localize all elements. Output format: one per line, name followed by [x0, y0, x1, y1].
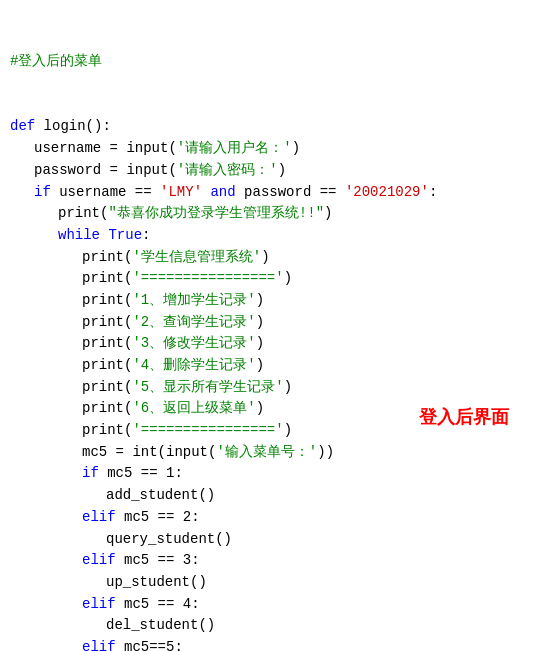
code-line: elif mc5 == 3: — [10, 550, 529, 572]
code-token: ) — [256, 292, 264, 308]
code-line: print("恭喜你成功登录学生管理系统!!") — [10, 203, 529, 225]
code-line: print('1、增加学生记录') — [10, 290, 529, 312]
code-line: print('学生信息管理系统') — [10, 247, 529, 269]
code-token: elif — [82, 596, 124, 612]
code-token: '5、显示所有学生记录' — [132, 379, 283, 395]
code-token: 'LMY' — [160, 184, 202, 200]
code-line: password = input('请输入密码：') — [10, 160, 529, 182]
code-line: up_student() — [10, 572, 529, 594]
code-line: add_student() — [10, 485, 529, 507]
code-token: print( — [82, 314, 132, 330]
code-line: elif mc5==5: — [10, 637, 529, 651]
code-token: def — [10, 118, 44, 134]
code-token: mc5==5: — [124, 639, 183, 651]
code-token: : — [142, 227, 150, 243]
code-token: ) — [256, 400, 264, 416]
code-token: '2、查询学生记录' — [132, 314, 255, 330]
code-line: def login(): — [10, 116, 529, 138]
code-line: print('4、删除学生记录') — [10, 355, 529, 377]
code-token: '3、修改学生记录' — [132, 335, 255, 351]
code-token: mc5 == 1: — [107, 465, 183, 481]
code-line: if mc5 == 1: — [10, 463, 529, 485]
code-token: )) — [317, 444, 334, 460]
code-token: password == — [244, 184, 345, 200]
code-token: ) — [284, 422, 292, 438]
code-token: print( — [58, 205, 108, 221]
code-token: if — [34, 184, 59, 200]
code-token: ) — [284, 379, 292, 395]
code-token: "恭喜你成功登录学生管理系统!!" — [108, 205, 324, 221]
code-token: ) — [256, 335, 264, 351]
code-token: '4、删除学生记录' — [132, 357, 255, 373]
code-line: while True: — [10, 225, 529, 247]
code-token: ) — [256, 314, 264, 330]
code-token: while — [58, 227, 108, 243]
code-token: if — [82, 465, 107, 481]
code-token: '请输入用户名：' — [177, 140, 292, 156]
code-token: elif — [82, 509, 124, 525]
code-block: #登入后的菜单 def login():username = input('请输… — [10, 8, 529, 651]
code-token: ) — [292, 140, 300, 156]
annotation-label: 登入后界面 — [419, 404, 509, 432]
code-line: del_student() — [10, 615, 529, 637]
code-token: print( — [82, 249, 132, 265]
code-token: print( — [82, 270, 132, 286]
code-token: ) — [261, 249, 269, 265]
code-token: '================' — [132, 270, 283, 286]
code-token: '1、增加学生记录' — [132, 292, 255, 308]
code-token: username == — [59, 184, 160, 200]
code-token: ) — [278, 162, 286, 178]
code-line: if username == 'LMY' and password == '20… — [10, 182, 529, 204]
code-token: add_student() — [106, 487, 215, 503]
code-token: print( — [82, 357, 132, 373]
code-line: print('2、查询学生记录') — [10, 312, 529, 334]
code-line: username = input('请输入用户名：') — [10, 138, 529, 160]
code-line: mc5 = int(input('输入菜单号：')) — [10, 442, 529, 464]
code-token: mc5 == 2: — [124, 509, 200, 525]
code-token: login(): — [44, 118, 111, 134]
comment-line: #登入后的菜单 — [10, 51, 529, 73]
code-line: print('5、显示所有学生记录') — [10, 377, 529, 399]
code-token: '学生信息管理系统' — [132, 249, 261, 265]
code-line: print('3、修改学生记录') — [10, 333, 529, 355]
code-token: '================' — [132, 422, 283, 438]
code-token: mc5 = int(input( — [82, 444, 216, 460]
code-token: up_student() — [106, 574, 207, 590]
code-token: username = input( — [34, 140, 177, 156]
code-line: print('================') — [10, 268, 529, 290]
code-token: query_student() — [106, 531, 232, 547]
code-token: ) — [324, 205, 332, 221]
code-token: and — [202, 184, 244, 200]
code-token: print( — [82, 292, 132, 308]
code-token: del_student() — [106, 617, 215, 633]
code-line: query_student() — [10, 529, 529, 551]
code-token: print( — [82, 422, 132, 438]
code-line: elif mc5 == 4: — [10, 594, 529, 616]
code-lines: def login():username = input('请输入用户名：')p… — [10, 116, 529, 651]
code-token: print( — [82, 335, 132, 351]
code-token: elif — [82, 639, 124, 651]
code-token: : — [429, 184, 437, 200]
code-token: ) — [256, 357, 264, 373]
code-token: elif — [82, 552, 124, 568]
code-token: password = input( — [34, 162, 177, 178]
code-token: '20021029' — [345, 184, 429, 200]
code-token: print( — [82, 400, 132, 416]
code-token: '请输入密码：' — [177, 162, 278, 178]
code-token: '输入菜单号：' — [216, 444, 317, 460]
code-token: print( — [82, 379, 132, 395]
code-token: mc5 == 3: — [124, 552, 200, 568]
code-token: ) — [284, 270, 292, 286]
code-token: True — [108, 227, 142, 243]
code-token: '6、返回上级菜单' — [132, 400, 255, 416]
code-line: elif mc5 == 2: — [10, 507, 529, 529]
code-token: mc5 == 4: — [124, 596, 200, 612]
